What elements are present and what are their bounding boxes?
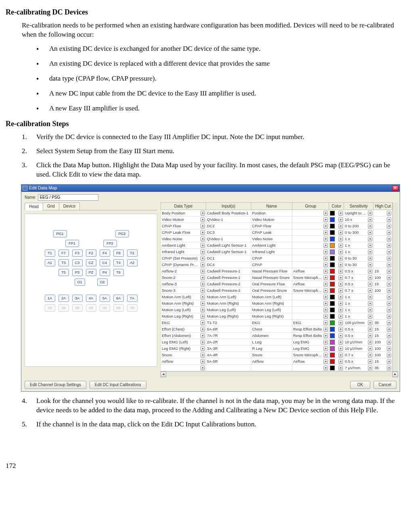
chevron-down-icon[interactable]: ▾ (368, 262, 372, 267)
chevron-down-icon[interactable]: ▾ (323, 320, 328, 325)
chevron-down-icon[interactable]: ▾ (368, 340, 372, 345)
color-cell[interactable]: ▾ (329, 255, 344, 262)
table-cell[interactable]: 5A-5R (206, 358, 251, 365)
electrode[interactable]: F7 (58, 249, 69, 257)
chevron-down-icon[interactable]: ▾ (368, 282, 372, 287)
electrode[interactable]: PG1 (53, 230, 67, 237)
electrode[interactable]: 6A (113, 295, 124, 302)
chevron-down-icon[interactable]: ▾ (200, 314, 205, 319)
table-cell[interactable]: ▾ (373, 242, 392, 249)
electrode[interactable]: P4 (100, 269, 110, 276)
color-cell[interactable]: ▾ (329, 352, 344, 358)
table-cell[interactable]: 1 x▾ (344, 307, 373, 313)
chevron-down-icon[interactable]: ▾ (200, 288, 205, 293)
electrode[interactable]: 4B (86, 304, 96, 312)
chevron-down-icon[interactable]: ▾ (368, 288, 372, 293)
electrode[interactable]: F3 (72, 249, 83, 257)
color-cell[interactable]: ▾ (329, 210, 344, 216)
table-row[interactable]: Snore-3▾Cadwell Pressure-2Oral Pressure … (161, 287, 392, 294)
vertical-scrollbar[interactable] (392, 202, 398, 372)
column-header[interactable]: Data Type (161, 202, 206, 210)
table-row[interactable]: Airflow-2▾Cadwell Pressure-1Nasal Pressu… (161, 268, 392, 274)
chevron-down-icon[interactable]: ▾ (323, 224, 328, 229)
electrode[interactable]: 7A (127, 295, 138, 302)
table-cell[interactable]: Motion Leg (Left) (206, 307, 251, 313)
electrode[interactable]: T6 (113, 269, 124, 276)
chevron-down-icon[interactable]: ▾ (323, 353, 328, 357)
chevron-down-icon[interactable]: ▾ (338, 282, 343, 287)
color-cell[interactable]: ▾ (329, 358, 344, 365)
table-cell[interactable]: 35▾ (373, 320, 392, 326)
chevron-down-icon[interactable]: ▾ (338, 249, 343, 254)
table-cell[interactable]: DC2 (206, 223, 251, 229)
tab-head[interactable]: Head (25, 203, 43, 211)
table-cell[interactable]: L Leg (251, 339, 292, 345)
table-cell[interactable]: Nasal Pressure Flow (251, 268, 292, 274)
column-header[interactable]: Color (329, 202, 344, 210)
color-cell[interactable]: ▾ (329, 320, 344, 326)
table-cell[interactable]: T1-T2 (206, 320, 251, 326)
table-cell[interactable]: 0.5 x▾ (344, 281, 373, 287)
table-cell[interactable]: 15▾ (373, 281, 392, 287)
color-cell[interactable]: ▾ (329, 365, 344, 371)
chevron-down-icon[interactable]: ▾ (200, 320, 205, 325)
table-row[interactable]: CPAP (Set Pressure)▾DC1CPAP▾▾0 to 30▾▾ (161, 255, 392, 262)
color-cell[interactable]: ▾ (329, 313, 344, 320)
electrode[interactable]: T4 (113, 259, 124, 266)
electrode[interactable]: FP1 (65, 240, 79, 247)
color-cell[interactable]: ▾ (329, 223, 344, 229)
electrode[interactable]: P3 (72, 269, 83, 276)
chevron-down-icon[interactable]: ▾ (338, 224, 343, 229)
table-cell[interactable]: ▾ (292, 223, 329, 229)
table-cell[interactable]: Infrared Light (251, 249, 292, 255)
electrode[interactable]: 4A (86, 295, 96, 302)
table-row[interactable]: Video Noise▾QVideo-1Video Noise▾▾1 x▾▾ (161, 236, 392, 242)
chevron-down-icon[interactable]: ▾ (368, 333, 372, 338)
color-cell[interactable]: ▾ (329, 326, 344, 332)
color-cell[interactable]: ▾ (329, 339, 344, 345)
electrode[interactable]: O1 (75, 278, 85, 286)
table-cell[interactable]: Motion Leg (Left)▾ (161, 307, 206, 313)
ok-button[interactable]: OK (350, 381, 370, 389)
chevron-down-icon[interactable]: ▾ (323, 288, 328, 293)
electrode[interactable]: A1 (45, 259, 55, 266)
color-cell[interactable]: ▾ (329, 281, 344, 287)
table-cell[interactable]: ▾ (292, 210, 329, 216)
table-cell[interactable]: ▾ (292, 249, 329, 255)
cancel-button[interactable]: Cancel (373, 381, 396, 389)
window-close-button[interactable]: ✕ (392, 185, 398, 191)
chevron-down-icon[interactable]: ▾ (323, 230, 328, 235)
electrode[interactable]: F2 (86, 249, 96, 257)
table-cell[interactable]: Cadwell Light Sensor-1 (206, 242, 251, 249)
chevron-down-icon[interactable]: ▾ (323, 262, 328, 267)
table-row[interactable]: Video Motion▾QVideo-1Video Motion▾▾10 x▾… (161, 216, 392, 223)
chevron-down-icon[interactable]: ▾ (200, 269, 205, 274)
electrode[interactable]: T2 (127, 249, 138, 257)
table-cell[interactable]: Ambient Light (251, 242, 292, 249)
chevron-down-icon[interactable]: ▾ (323, 301, 328, 306)
chevron-down-icon[interactable]: ▾ (323, 211, 328, 216)
color-cell[interactable]: ▾ (329, 262, 344, 268)
table-cell[interactable]: Airflow▾ (292, 281, 329, 287)
tab-grid[interactable]: Grid (43, 202, 59, 210)
table-cell[interactable]: R Leg (251, 345, 292, 352)
table-cell[interactable]: ▾ (292, 294, 329, 300)
table-row[interactable]: Motion Arm (Right)▾Motion Arm (Right)Mot… (161, 300, 392, 307)
table-cell[interactable]: 35▾ (373, 365, 392, 371)
electrode[interactable]: 3B (72, 304, 83, 312)
table-row[interactable]: Airflow▾5A-5RAirflowAirflow▾▾0.5 x▾15▾ (161, 358, 392, 365)
table-cell[interactable]: Effort (Abdomen)▾ (161, 332, 206, 339)
table-cell[interactable]: 1 x▾ (344, 236, 373, 242)
table-row[interactable]: Motion Leg (Left)▾Motion Leg (Left)Motio… (161, 307, 392, 313)
table-cell[interactable]: ▾ (373, 307, 392, 313)
chevron-down-icon[interactable]: ▾ (338, 346, 343, 351)
chevron-down-icon[interactable]: ▾ (338, 269, 343, 274)
chevron-down-icon[interactable]: ▾ (368, 243, 372, 248)
color-cell[interactable]: ▾ (329, 268, 344, 274)
table-cell[interactable]: Leg EMG▾ (292, 339, 329, 345)
table-row[interactable]: Airflow-3▾Cadwell Pressure-2Oral Pressur… (161, 281, 392, 287)
chevron-down-icon[interactable]: ▾ (368, 308, 372, 312)
table-cell[interactable]: 100▾ (373, 287, 392, 294)
chevron-down-icon[interactable]: ▾ (338, 288, 343, 293)
chevron-down-icon[interactable]: ▾ (368, 211, 372, 216)
